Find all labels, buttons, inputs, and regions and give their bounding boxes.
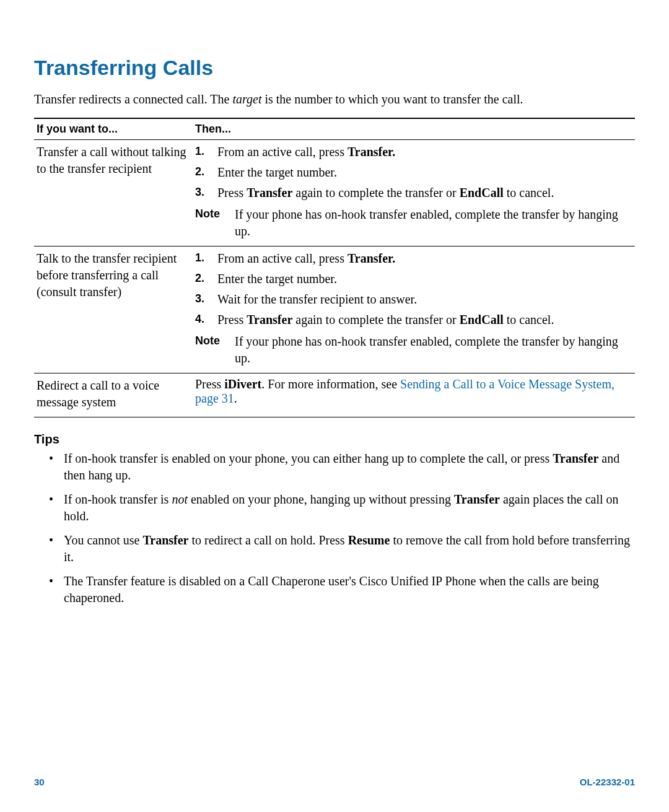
step-text: From an active call, press (217, 251, 348, 265)
page-title: Transferring Calls (34, 56, 635, 80)
tip-text-c: to redirect a call on hold. Press (188, 533, 348, 547)
list-item: If on-hook transfer is not enabled on yo… (60, 491, 635, 532)
table-row: Talk to the transfer recipient before tr… (34, 247, 635, 373)
step-text: From an active call, press (217, 145, 348, 159)
tip-bold-b: Resume (348, 533, 390, 547)
doc-id: OL-22332-01 (580, 777, 635, 787)
r3-bold: iDivert (224, 377, 261, 391)
step-number: 2. (195, 164, 204, 179)
step-text-a: Press (217, 186, 247, 199)
page-number: 30 (34, 777, 45, 787)
tip-text-c: enabled on your phone, hanging up withou… (188, 492, 454, 506)
row3-col1: Redirect a call to a voice message syste… (34, 373, 193, 417)
r3-text-e: . (234, 391, 237, 405)
step-number: 2. (195, 271, 204, 286)
r3-text-c: . For more information, see (261, 377, 400, 391)
step-text-c: again to complete the transfer or (292, 186, 459, 199)
step-bold: Transfer. (348, 251, 395, 265)
step-bold-b: EndCall (460, 186, 504, 199)
tip-italic: not (172, 492, 188, 506)
note-text: If your phone has on-hook transfer enabl… (235, 206, 631, 240)
r3-text-a: Press (195, 377, 224, 391)
transfer-table: If you want to... Then... Transfer a cal… (34, 118, 635, 417)
tip-text-a: If on-hook transfer is (64, 492, 172, 506)
list-item: You cannot use Transfer to redirect a ca… (60, 532, 635, 573)
list-item: 1. From an active call, press Transfer. (212, 250, 631, 271)
note-label: Note (195, 206, 235, 240)
row3-col2: Press iDivert. For more information, see… (193, 373, 635, 417)
step-text-e: to cancel. (504, 186, 554, 199)
step-number: 1. (195, 144, 204, 159)
step-bold-a: Transfer (247, 186, 292, 199)
tip-bold-a: Transfer (142, 533, 188, 547)
step-text-e: to cancel. (504, 313, 554, 326)
page-footer: 30 OL-22332-01 (34, 777, 635, 787)
intro-paragraph: Transfer redirects a connected call. The… (34, 91, 635, 108)
tip-text: The Transfer feature is disabled on a Ca… (64, 574, 599, 605)
step-text: Enter the target number. (217, 272, 337, 286)
intro-italic: target (232, 92, 261, 106)
step-bold-b: EndCall (460, 313, 504, 326)
table-header-col1: If you want to... (34, 118, 193, 140)
table-row: Transfer a call without talking to the t… (34, 140, 635, 247)
row2-col2: 1. From an active call, press Transfer. … (193, 247, 635, 373)
intro-text-c: is the number to which you want to trans… (261, 92, 523, 106)
tip-text-a: If on-hook transfer is enabled on your p… (64, 452, 553, 465)
list-item: 3. Wait for the transfer recipient to an… (212, 291, 631, 312)
step-number: 3. (195, 185, 204, 199)
list-item: 2. Enter the target number. (212, 164, 631, 185)
tips-heading: Tips (34, 432, 635, 447)
note-row: Note If your phone has on-hook transfer … (195, 333, 631, 367)
step-text-a: Press (217, 313, 247, 326)
step-text: Enter the target number. (217, 165, 337, 179)
list-item: 4. Press Transfer again to complete the … (212, 312, 631, 332)
note-text: If your phone has on-hook transfer enabl… (235, 333, 631, 367)
note-label: Note (195, 333, 235, 367)
list-item: 2. Enter the target number. (212, 271, 631, 291)
note-row: Note If your phone has on-hook transfer … (195, 206, 631, 240)
step-number: 1. (195, 250, 204, 265)
intro-text-a: Transfer redirects a connected call. The (34, 92, 232, 106)
row2-col1: Talk to the transfer recipient before tr… (34, 247, 193, 373)
tip-bold: Transfer (553, 452, 598, 465)
tips-list: If on-hook transfer is enabled on your p… (34, 450, 635, 614)
row1-col1: Transfer a call without talking to the t… (34, 140, 193, 247)
step-text: Wait for the transfer recipient to answe… (217, 292, 417, 306)
list-item: 1. From an active call, press Transfer. (212, 144, 631, 164)
list-item: If on-hook transfer is enabled on your p… (60, 450, 635, 491)
row1-col2: 1. From an active call, press Transfer. … (193, 140, 635, 247)
step-text-c: again to complete the transfer or (292, 313, 459, 326)
step-number: 3. (195, 291, 204, 306)
list-item: 3. Press Transfer again to complete the … (212, 185, 631, 205)
tip-text-a: You cannot use (64, 533, 142, 547)
step-number: 4. (195, 312, 204, 326)
list-item: The Transfer feature is disabled on a Ca… (60, 573, 635, 614)
table-row: Redirect a call to a voice message syste… (34, 373, 635, 417)
step-bold-a: Transfer (247, 313, 292, 326)
table-header-col2: Then... (193, 118, 635, 140)
tip-bold: Transfer (454, 492, 500, 506)
step-bold: Transfer. (348, 145, 395, 159)
